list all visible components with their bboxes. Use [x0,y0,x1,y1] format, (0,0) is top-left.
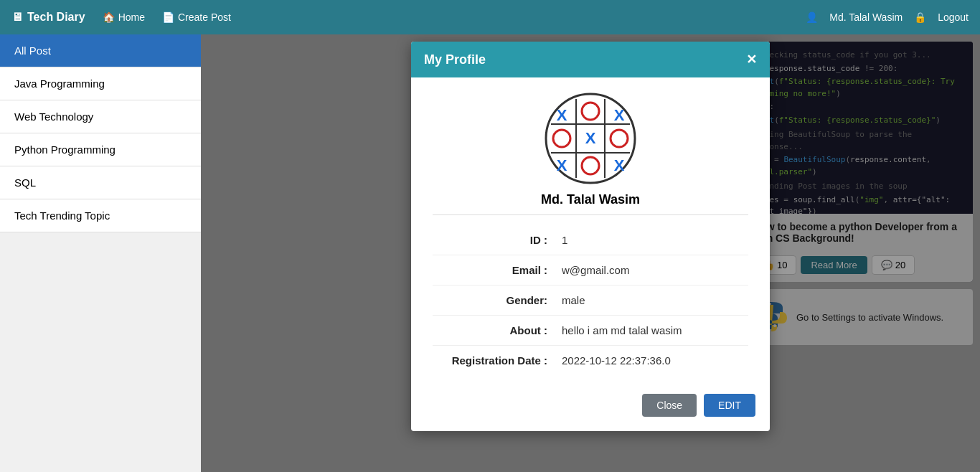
home-link[interactable]: 🏠 Home [103,11,145,23]
logout-link[interactable]: Logout [938,11,969,23]
profile-value-id: 1 [562,234,748,246]
monitor-icon: 🖥 [11,11,23,24]
profile-modal: My Profile ✕ [411,42,770,431]
sidebar-item-java[interactable]: Java Programming [0,67,201,100]
lock-icon: 🔒 [914,11,926,23]
modal-header: My Profile ✕ [411,42,770,77]
sidebar-item-trending[interactable]: Tech Trending Topic [0,199,201,232]
profile-label-gender: Gender: [433,294,562,306]
profile-row-email: Email : w@gmail.com [433,255,748,285]
profile-value-email: w@gmail.com [562,264,748,276]
home-icon: 🏠 [103,11,115,23]
sidebar-item-web[interactable]: Web Technology [0,100,201,133]
profile-label-about: About : [433,324,562,336]
svg-text:X: X [557,156,567,174]
modal-title: My Profile [424,52,486,67]
svg-text:X: X [585,129,596,147]
profile-row-gender: Gender: male [433,285,748,316]
profile-row-about: About : hello i am md talal wasim [433,316,748,346]
profile-label-email: Email : [433,264,562,276]
svg-text:X: X [614,156,625,174]
close-button[interactable]: Close [642,394,697,417]
tic-tac-toe-avatar: X X X X [544,92,637,185]
sidebar-item-python[interactable]: Python Programming [0,133,201,166]
profile-name: Md. Talal Wasim [433,192,748,215]
modal-body: X X X X [411,77,770,382]
navbar-username: Md. Talal Wasim [829,11,903,23]
user-icon: 👤 [806,11,818,23]
create-icon: 📄 [162,11,174,23]
create-post-link[interactable]: 📄 Create Post [162,11,231,23]
sidebar: All Post Java Programming Web Technology… [0,34,201,472]
profile-value-about: hello i am md talal wasim [562,324,748,336]
svg-text:X: X [614,106,625,124]
sidebar-item-sql[interactable]: SQL [0,166,201,199]
profile-row-id: ID : 1 [433,225,748,255]
navbar-brand: 🖥 Tech Diary [11,11,85,24]
main-layout: All Post Java Programming Web Technology… [0,34,980,472]
profile-value-gender: male [562,294,748,306]
modal-footer: Close EDIT [411,382,770,431]
edit-button[interactable]: EDIT [704,394,755,417]
profile-label-regdate: Registration Date : [433,354,562,367]
profile-avatar: X X X X [433,92,748,185]
navbar-left: 🖥 Tech Diary 🏠 Home 📄 Create Post [11,11,231,24]
navbar: 🖥 Tech Diary 🏠 Home 📄 Create Post 👤 Md. … [0,0,980,34]
svg-text:X: X [557,106,567,124]
content-area: # checking status_code if you got 3... i… [201,34,980,472]
navbar-right: 👤 Md. Talal Wasim 🔒 Logout [806,11,969,23]
profile-row-regdate: Registration Date : 2022-10-12 22:37:36.… [433,346,748,375]
profile-label-id: ID : [433,234,562,246]
sidebar-item-all-post[interactable]: All Post [0,34,201,67]
profile-value-regdate: 2022-10-12 22:37:36.0 [562,354,748,367]
modal-close-button[interactable]: ✕ [746,52,757,67]
